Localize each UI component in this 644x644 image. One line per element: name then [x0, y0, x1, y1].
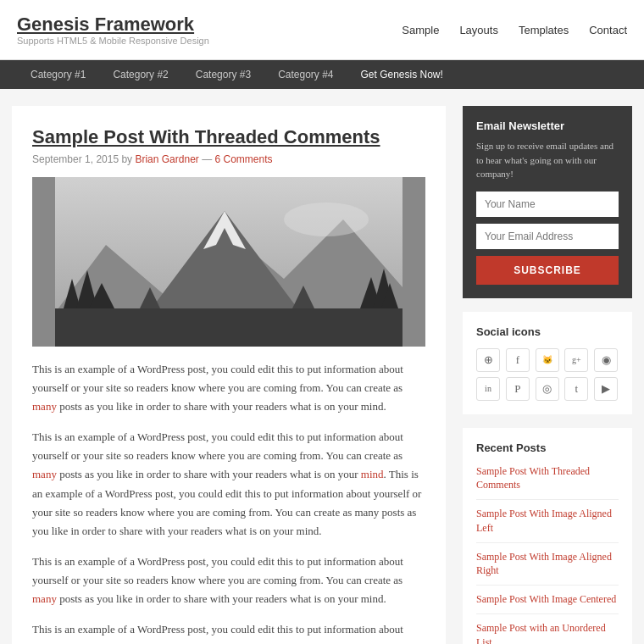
recent-posts-widget: Recent Posts Sample Post With Threaded C… [463, 428, 632, 645]
newsletter-name-input[interactable] [476, 192, 619, 217]
post-meta: September 1, 2015 by Brian Gardner — 6 C… [32, 153, 425, 165]
facebook-icon[interactable]: f [506, 348, 530, 372]
list-item: Sample Post With Image Centered [476, 592, 619, 614]
github-icon[interactable]: 🐱 [536, 348, 559, 372]
post-by: by [121, 153, 135, 165]
post-image [32, 177, 425, 347]
linkedin-icon[interactable]: in [476, 377, 500, 401]
post-author-link[interactable]: Brian Gardner [135, 153, 198, 165]
list-item: Sample Post With Image Aligned Left [476, 507, 619, 543]
post-article: Sample Post With Threaded Comments Septe… [32, 126, 425, 639]
site-title: Genesis Framework [17, 14, 209, 36]
post-paragraph-1: This is an example of a WordPress post, … [32, 360, 425, 416]
site-description: Supports HTML5 & Mobile Responsive Desig… [17, 36, 209, 46]
site-title-link[interactable]: Genesis Framework [17, 14, 194, 35]
secondary-nav-cat1[interactable]: Category #1 [17, 60, 99, 89]
svg-rect-4 [55, 308, 402, 347]
post-dash: — [202, 153, 214, 165]
post-comments-link[interactable]: 6 Comments [215, 153, 273, 165]
site-header: Genesis Framework Supports HTML5 & Mobil… [0, 0, 644, 60]
post-title-link[interactable]: Sample Post With Threaded Comments [32, 126, 380, 147]
twitter-icon[interactable]: t [564, 377, 588, 401]
primary-nav: Sample Layouts Templates Contact [402, 24, 627, 36]
post-link-4[interactable]: many [32, 592, 57, 605]
googleplus-icon[interactable]: g+ [564, 348, 588, 372]
subscribe-button[interactable]: SUBSCRIBE [476, 256, 619, 285]
svg-point-13 [284, 203, 369, 236]
nav-item-templates[interactable]: Templates [519, 24, 569, 36]
recent-post-link-1[interactable]: Sample Post With Threaded Comments [476, 465, 590, 491]
recent-post-link-3[interactable]: Sample Post With Image Aligned Right [476, 551, 612, 577]
content-wrap: Sample Post With Threaded Comments Septe… [0, 89, 644, 644]
recent-posts-list: Sample Post With Threaded Comments Sampl… [476, 464, 619, 645]
newsletter-email-input[interactable] [476, 224, 619, 249]
recent-post-link-5[interactable]: Sample Post with an Unordered List [476, 622, 606, 644]
youtube-icon[interactable]: ▶ [594, 377, 618, 401]
newsletter-description: Sign up to receive email updates and to … [476, 139, 619, 181]
main-content: Sample Post With Threaded Comments Septe… [12, 106, 446, 644]
site-branding: Genesis Framework Supports HTML5 & Mobil… [17, 14, 209, 46]
newsletter-widget: Email Newsletter Sign up to receive emai… [463, 106, 632, 298]
post-link-2[interactable]: many [32, 468, 57, 480]
post-paragraph-2: This is an example of a WordPress post, … [32, 428, 425, 541]
post-date: September 1, 2015 [32, 153, 119, 165]
post-paragraph-4: This is an example of a WordPress post, … [32, 620, 425, 639]
post-body: This is an example of a WordPress post, … [32, 360, 425, 639]
nav-item-layouts[interactable]: Layouts [459, 24, 498, 36]
recent-post-link-4[interactable]: Sample Post With Image Centered [476, 593, 616, 605]
pinterest-icon[interactable]: P [506, 377, 530, 401]
secondary-nav: Category #1 Category #2 Category #3 Cate… [0, 60, 644, 89]
post-link-3[interactable]: mind [361, 468, 384, 480]
dribbble-icon[interactable]: ⊕ [476, 348, 500, 372]
post-link-1[interactable]: many [32, 400, 57, 413]
recent-posts-title: Recent Posts [476, 441, 619, 454]
secondary-nav-cat2[interactable]: Category #2 [99, 60, 181, 89]
social-title: Social icons [476, 325, 619, 338]
secondary-nav-cat3[interactable]: Category #3 [182, 60, 264, 89]
post-title: Sample Post With Threaded Comments [32, 126, 425, 148]
list-item: Sample Post With Threaded Comments [476, 464, 619, 501]
secondary-nav-genesis[interactable]: Get Genesis Now! [347, 60, 457, 89]
post-paragraph-3: This is an example of a WordPress post, … [32, 552, 425, 608]
nav-item-sample[interactable]: Sample [402, 24, 439, 36]
recent-post-link-2[interactable]: Sample Post With Image Aligned Left [476, 508, 612, 534]
newsletter-title: Email Newsletter [476, 119, 619, 132]
sidebar: Email Newsletter Sign up to receive emai… [463, 106, 632, 644]
instagram-icon[interactable]: ◉ [594, 348, 618, 372]
list-item: Sample Post with an Unordered List [476, 621, 619, 644]
list-item: Sample Post With Image Aligned Right [476, 550, 619, 586]
secondary-nav-cat4[interactable]: Category #4 [264, 60, 347, 89]
social-widget: Social icons ⊕ f 🐱 g+ ◉ in P ◎ t ▶ [463, 312, 632, 414]
rss-icon[interactable]: ◎ [536, 377, 559, 401]
social-icons-grid: ⊕ f 🐱 g+ ◉ in P ◎ t ▶ [476, 348, 619, 401]
nav-item-contact[interactable]: Contact [589, 24, 627, 36]
